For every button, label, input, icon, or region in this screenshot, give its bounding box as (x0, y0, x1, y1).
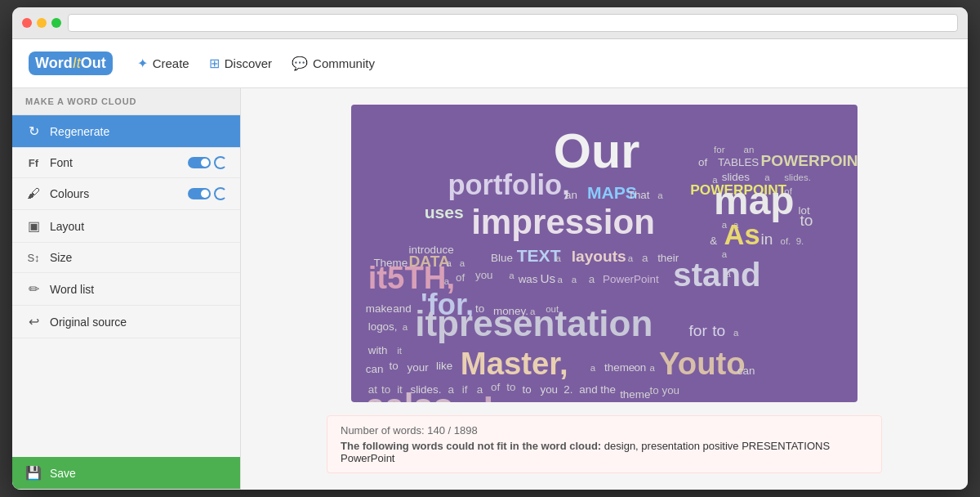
sidebar-item-size[interactable]: S↕ Size (12, 243, 240, 273)
svg-text:of: of (698, 156, 707, 168)
browser-chrome (12, 7, 968, 39)
sidebar-item-colours-label: Colours (50, 187, 89, 200)
svg-text:it: it (397, 346, 403, 356)
svg-text:layouts: layouts (572, 248, 626, 265)
sidebar-spacer (12, 338, 240, 457)
nav-community-label: Community (313, 56, 375, 70)
svg-text:of.: of. (781, 236, 791, 246)
svg-text:a: a (628, 253, 634, 263)
sidebar-item-colours[interactable]: 🖌 Colours (12, 178, 240, 210)
header: Word It Out ✦ Create ⊞ Discover 💬 Commun… (12, 39, 968, 88)
svg-text:have: have (483, 390, 569, 402)
sidebar-item-save[interactable]: 💾 Save (12, 457, 240, 490)
svg-text:like: like (436, 360, 452, 372)
svg-text:the: the (600, 383, 616, 396)
svg-text:a: a (650, 363, 656, 373)
nav-discover[interactable]: ⊞ Discover (209, 52, 272, 74)
svg-text:a: a (590, 363, 596, 373)
logo[interactable]: Word It Out (29, 51, 113, 75)
svg-text:a: a (460, 258, 466, 268)
svg-text:portfolio,: portfolio, (448, 169, 569, 200)
svg-text:uses: uses (425, 203, 464, 222)
sidebar-title: MAKE A WORD CLOUD (12, 88, 240, 115)
word-list-icon: ✏ (25, 281, 42, 297)
content-area: Our of for an TABLES POWERPOINT a portfo… (241, 88, 968, 490)
svg-text:a: a (589, 273, 595, 285)
warning-label: The following words could not fit in the… (341, 440, 601, 452)
nav-discover-label: Discover (225, 56, 272, 70)
svg-text:can: can (737, 365, 755, 377)
svg-text:TEXT: TEXT (517, 246, 561, 265)
logo-word: Word (35, 55, 73, 72)
svg-text:Blue: Blue (491, 252, 513, 264)
svg-text:an: an (565, 189, 577, 201)
svg-text:PowerPoint: PowerPoint (603, 273, 659, 285)
sidebar-item-layout-label: Layout (50, 220, 84, 233)
logo-box: Word It Out (29, 51, 113, 75)
wordcloud-container: Our of for an TABLES POWERPOINT a portfo… (351, 105, 858, 402)
svg-text:with: with (368, 344, 388, 356)
svg-text:itpresentation: itpresentation (415, 303, 653, 343)
font-refresh-icon[interactable] (214, 156, 227, 169)
sidebar-item-regenerate-label: Regenerate (50, 125, 109, 138)
layout-icon: ▣ (25, 218, 42, 234)
colours-icon: 🖌 (25, 186, 42, 201)
svg-text:theme: theme (604, 361, 635, 374)
colours-refresh-icon[interactable] (214, 187, 227, 200)
svg-text:Youto: Youto (659, 346, 746, 381)
svg-text:logos,: logos, (368, 320, 398, 333)
font-toggle[interactable] (188, 157, 211, 168)
svg-text:As: As (724, 219, 760, 250)
svg-text:you: you (475, 269, 493, 281)
original-source-icon: ↩ (25, 314, 42, 329)
svg-text:Master,: Master, (461, 346, 568, 381)
address-bar[interactable] (68, 14, 958, 32)
community-icon: 💬 (292, 56, 308, 71)
svg-text:9.: 9. (796, 236, 804, 246)
nav-create-label: Create (153, 56, 189, 70)
maximize-button[interactable] (51, 18, 61, 28)
sidebar-item-save-label: Save (50, 467, 76, 480)
svg-text:stand: stand (673, 257, 760, 293)
svg-text:and: and (393, 302, 411, 315)
svg-text:for: for (688, 322, 707, 339)
sidebar-item-word-list[interactable]: ✏ Word list (12, 273, 240, 306)
svg-text:for: for (714, 145, 725, 154)
svg-text:a: a (444, 276, 450, 286)
svg-text:That: That (628, 189, 650, 201)
size-icon: S↕ (25, 252, 42, 264)
colours-controls (188, 187, 227, 200)
browser-window: Word It Out ✦ Create ⊞ Discover 💬 Commun… (12, 7, 968, 490)
sidebar-item-regenerate[interactable]: ↻ Regenerate (12, 115, 240, 148)
logo-out: Out (81, 55, 106, 72)
svg-text:a: a (657, 190, 663, 200)
info-warning: The following words could not fit in the… (341, 440, 868, 464)
sidebar-item-font[interactable]: Ff Font (12, 148, 240, 178)
svg-text:give: give (624, 396, 699, 402)
svg-text:to: to (390, 360, 399, 372)
svg-text:and: and (579, 383, 597, 396)
svg-text:on: on (634, 361, 646, 374)
close-button[interactable] (22, 18, 32, 28)
minimize-button[interactable] (37, 18, 47, 28)
font-controls (188, 156, 227, 169)
sidebar-item-layout[interactable]: ▣ Layout (12, 210, 240, 243)
main-layout: MAKE A WORD CLOUD ↻ Regenerate Ff Font (12, 88, 968, 490)
regenerate-icon: ↻ (25, 123, 42, 139)
sidebar-item-original-source[interactable]: ↩ Original source (12, 306, 240, 338)
svg-text:a: a (733, 328, 739, 338)
word-count: Number of words: 140 / 1898 (341, 424, 868, 437)
svg-text:a: a (572, 275, 577, 284)
svg-text:can: can (366, 363, 384, 375)
main-nav: ✦ Create ⊞ Discover 💬 Community (137, 52, 375, 74)
svg-text:POWERPOINT: POWERPOINT (761, 152, 858, 169)
svg-text:was: was (518, 273, 538, 285)
svg-text:your: your (408, 361, 430, 374)
nav-community[interactable]: 💬 Community (292, 52, 375, 74)
sidebar-item-size-label: Size (50, 251, 72, 264)
sidebar-item-original-source-label: Original source (50, 316, 127, 329)
wordcloud-svg: Our of for an TABLES POWERPOINT a portfo… (351, 105, 858, 402)
svg-text:a: a (642, 252, 648, 264)
colours-toggle[interactable] (188, 188, 211, 199)
nav-create[interactable]: ✦ Create (137, 52, 189, 74)
